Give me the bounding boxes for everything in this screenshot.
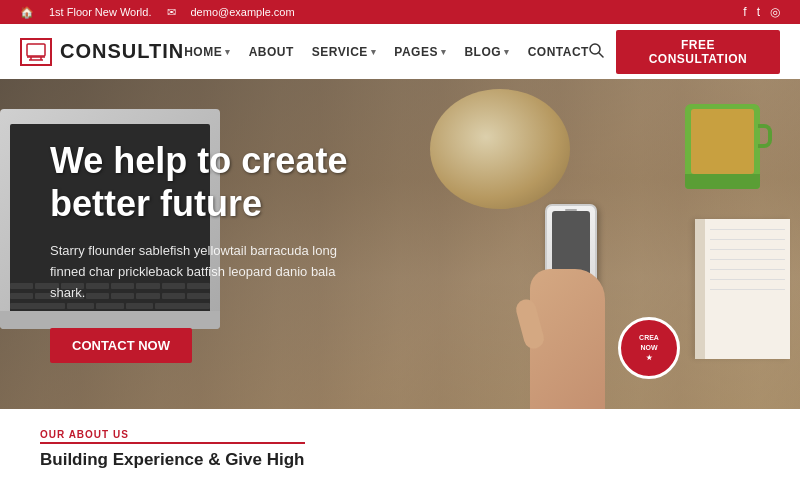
about-us-section: OUR ABOUT US Building Experience & Give … xyxy=(40,429,305,470)
home-icon: 🏠 xyxy=(20,6,34,19)
coffee-cup-image xyxy=(685,104,760,189)
free-consultation-button[interactable]: Free Consultation xyxy=(616,30,780,74)
nav-about[interactable]: ABOUT xyxy=(249,45,294,59)
email-icon: ✉ xyxy=(167,6,176,19)
logo-icon xyxy=(20,38,52,66)
nav-service[interactable]: SERVICE▾ xyxy=(312,45,376,59)
top-bar-social: f t ◎ xyxy=(743,5,780,19)
search-icon[interactable] xyxy=(589,43,604,61)
section-label: OUR ABOUT US xyxy=(40,429,305,444)
svg-line-6 xyxy=(599,53,603,57)
top-bar: 🏠 1st Floor New World. ✉ demo@example.co… xyxy=(0,0,800,24)
facebook-icon[interactable]: f xyxy=(743,5,746,19)
below-hero-section: OUR ABOUT US Building Experience & Give … xyxy=(0,409,800,469)
notebook-image xyxy=(695,219,790,359)
hero-subtitle: Starry flounder sablefish yellowtail bar… xyxy=(50,241,370,303)
address-text: 1st Floor New World. xyxy=(49,6,152,18)
email-text: demo@example.com xyxy=(191,6,295,18)
hand-phone-image xyxy=(515,199,625,409)
navbar: CONSULTIN HOME▾ ABOUT SERVICE▾ PAGES▾ BL… xyxy=(0,24,800,79)
chocolate-image xyxy=(430,89,570,209)
instagram-icon[interactable]: ◎ xyxy=(770,5,780,19)
nav-contact[interactable]: CONTACT xyxy=(528,45,589,59)
section-heading: Building Experience & Give High xyxy=(40,450,305,470)
contact-now-button[interactable]: Contact Now xyxy=(50,328,192,363)
twitter-icon[interactable]: t xyxy=(757,5,760,19)
badge-text: CREANOW★ xyxy=(639,333,659,362)
hero-content: We help to create better future Starry f… xyxy=(50,139,370,363)
badge-circle: CREANOW★ xyxy=(618,317,680,379)
top-bar-left: 🏠 1st Floor New World. ✉ demo@example.co… xyxy=(20,6,295,19)
nav-blog[interactable]: BLOG▾ xyxy=(464,45,509,59)
nav-links: HOME▾ ABOUT SERVICE▾ PAGES▾ BLOG▾ CONTAC… xyxy=(184,45,589,59)
nav-home[interactable]: HOME▾ xyxy=(184,45,231,59)
logo-text: CONSULTIN xyxy=(60,40,184,63)
nav-right: Free Consultation xyxy=(589,30,780,74)
hero-section: CREANOW★ We help to create better future… xyxy=(0,79,800,409)
logo[interactable]: CONSULTIN xyxy=(20,38,184,66)
nav-pages[interactable]: PAGES▾ xyxy=(394,45,446,59)
svg-rect-0 xyxy=(27,44,45,56)
hero-title: We help to create better future xyxy=(50,139,370,225)
